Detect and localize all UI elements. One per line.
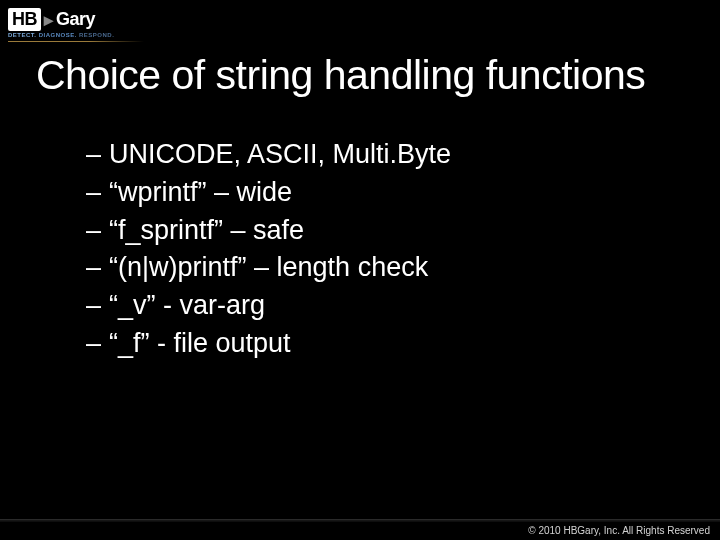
list-item: – “wprintf” – wide bbox=[86, 176, 451, 210]
logo-hb: HB bbox=[8, 8, 41, 31]
bullet-text: “f_sprintf” – safe bbox=[109, 214, 304, 248]
logo-tagline: DETECT. DIAGNOSE. RESPOND. bbox=[8, 32, 114, 38]
bullet-dash: – bbox=[86, 138, 101, 172]
logo-underline bbox=[8, 41, 144, 42]
bullet-dash: – bbox=[86, 176, 101, 210]
logo-area: HB ▸ Gary DETECT. DIAGNOSE. RESPOND. bbox=[8, 8, 144, 42]
list-item: – “(n|w)printf” – length check bbox=[86, 251, 451, 285]
slide: HB ▸ Gary DETECT. DIAGNOSE. RESPOND. Cho… bbox=[0, 0, 720, 540]
bullet-dash: – bbox=[86, 251, 101, 285]
list-item: – “_v” - var-arg bbox=[86, 289, 451, 323]
footer-divider bbox=[0, 519, 720, 522]
logo-gary: Gary bbox=[56, 9, 95, 30]
copyright-text: © 2010 HBGary, Inc. All Rights Reserved bbox=[528, 525, 710, 536]
page-title: Choice of string handling functions bbox=[36, 52, 645, 99]
bullet-list: – UNICODE, ASCII, Multi.Byte – “wprintf”… bbox=[86, 138, 451, 365]
bullet-text: “_v” - var-arg bbox=[109, 289, 265, 323]
logo: HB ▸ Gary bbox=[8, 8, 95, 31]
bullet-text: “(n|w)printf” – length check bbox=[109, 251, 428, 285]
bullet-dash: – bbox=[86, 327, 101, 361]
list-item: – UNICODE, ASCII, Multi.Byte bbox=[86, 138, 451, 172]
list-item: – “_f” - file output bbox=[86, 327, 451, 361]
chevron-right-icon: ▸ bbox=[44, 11, 53, 29]
list-item: – “f_sprintf” – safe bbox=[86, 214, 451, 248]
bullet-text: “wprintf” – wide bbox=[109, 176, 292, 210]
bullet-text: “_f” - file output bbox=[109, 327, 291, 361]
bullet-text: UNICODE, ASCII, Multi.Byte bbox=[109, 138, 451, 172]
bullet-dash: – bbox=[86, 214, 101, 248]
bullet-dash: – bbox=[86, 289, 101, 323]
